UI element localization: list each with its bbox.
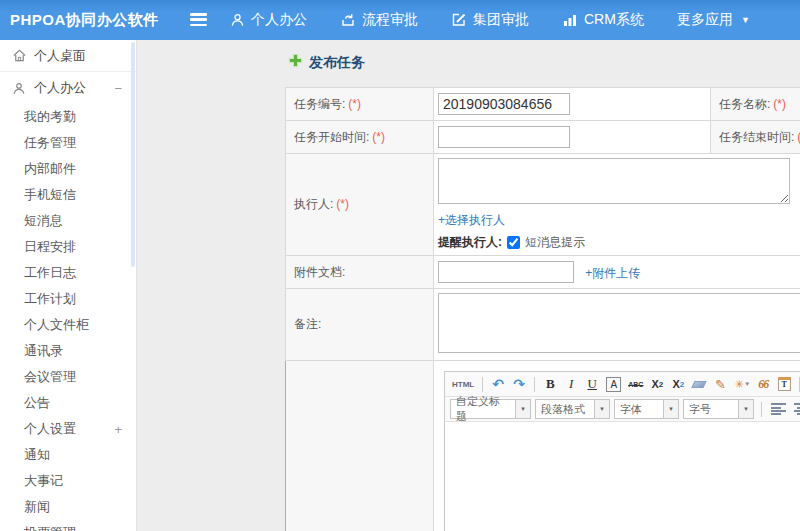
app-logo: PHPOA协同办公软件 [10,0,159,40]
row-description: 任务描述:(*) HTML ↶ ↷ B I U A ABC X2 [286,361,800,531]
hamburger-menu-icon[interactable] [190,13,210,27]
sidebar-item-notice[interactable]: 通知 [0,442,136,468]
autoformat-icon[interactable]: ✳▾ [732,374,751,394]
font-size-dropdown[interactable]: 字号▾ [683,399,754,419]
sidebar-section-personal-office[interactable]: 个人办公 − [0,72,136,104]
heading-dropdown[interactable]: 自定义标题▾ [450,399,531,419]
rich-text-editor: HTML ↶ ↷ B I U A ABC X2 X2 ✎ [444,371,800,531]
redo-icon[interactable]: ↷ [510,374,528,394]
sidebar-item-announcement[interactable]: 公告 [0,390,136,416]
attachment-label: 附件文档: [286,256,434,289]
superscript-button[interactable]: X2 [648,374,666,394]
paste-as-text-icon[interactable]: T [775,374,793,394]
subscript-button[interactable]: X2 [669,374,687,394]
sms-remind-checkbox[interactable] [507,236,520,249]
start-time-label: 任务开始时间:(*) [286,121,434,154]
align-center-icon[interactable] [792,399,800,419]
chevron-down-icon: ▾ [738,400,753,418]
html-source-button[interactable]: HTML [450,374,476,394]
start-time-cell [434,121,711,154]
format-painter-icon[interactable]: ✎ [711,374,729,394]
nav-more-apps[interactable]: 更多应用 ▼ [677,11,750,29]
row-start-time: 任务开始时间:(*) 任务结束时间:(*) [286,121,800,154]
sidebar-item-work-plan[interactable]: 工作计划 [0,286,136,312]
end-time-label: 任务结束时间:(*) [711,121,800,154]
user-icon [12,81,28,96]
sidebar-item-news[interactable]: 新闻 [0,494,136,520]
sidebar-item-contacts[interactable]: 通讯录 [0,338,136,364]
sidebar-item-personal-desktop[interactable]: 个人桌面 [0,40,136,72]
editor-content-area[interactable] [445,422,800,531]
select-executor-link[interactable]: +选择执行人 [438,212,505,229]
undo-icon[interactable]: ↶ [489,374,507,394]
main-content: 发布任务 任务编号:(*) 任务名称:(*) 任务开始时间:(*) 任务结束时间… [137,40,800,531]
sidebar-item-vote[interactable]: 投票管理 [0,520,136,531]
sidebar-item-short-message[interactable]: 短消息 [0,208,136,234]
nav-personal-office[interactable]: 个人办公 [230,11,307,29]
toolbar-separator [761,402,762,417]
sidebar-item-work-log[interactable]: 工作日志 [0,260,136,286]
executor-textarea[interactable] [438,158,790,204]
collapse-indicator[interactable]: − [114,81,122,96]
sms-option-label: 短消息提示 [525,234,585,251]
remark-cell [434,289,800,361]
nav-crm[interactable]: CRM系统 [562,11,644,29]
sidebar-scrollbar[interactable] [131,42,135,267]
attachment-cell: +附件上传 [434,256,800,289]
sidebar-item-internal-mail[interactable]: 内部邮件 [0,156,136,182]
sidebar-item-personal-settings[interactable]: 个人设置 + [0,416,136,442]
row-attachment: 附件文档: +附件上传 [286,256,800,289]
bold-button[interactable]: B [541,374,559,394]
chevron-down-icon: ▾ [663,400,678,418]
sidebar: 个人桌面 个人办公 − 我的考勤 任务管理 内部邮件 手机短信 短消息 日程安排… [0,40,137,531]
expand-indicator[interactable]: + [114,422,122,437]
page-title-text: 发布任务 [309,54,365,72]
remind-row: 提醒执行人: 短消息提示 [438,234,800,251]
executor-label: 执行人:(*) [286,154,434,256]
bar-chart-icon [562,12,578,28]
start-time-input[interactable] [438,126,570,148]
sidebar-item-my-attendance[interactable]: 我的考勤 [0,104,136,130]
font-style-button[interactable]: A [604,374,623,394]
sidebar-item-events[interactable]: 大事记 [0,468,136,494]
sidebar-item-schedule[interactable]: 日程安排 [0,234,136,260]
toolbar-separator [482,377,483,392]
eraser-icon[interactable] [690,374,708,394]
blockquote-button[interactable]: 66 [754,374,772,394]
task-no-cell [434,88,711,121]
row-task-no: 任务编号:(*) 任务名称:(*) [286,88,800,121]
chevron-down-icon: ▾ [594,400,609,418]
required-mark: (*) [773,97,786,111]
remark-label: 备注: [286,289,434,361]
strikethrough-button[interactable]: ABC [626,374,645,394]
sidebar-item-task-management[interactable]: 任务管理 [0,130,136,156]
font-family-dropdown[interactable]: 字体▾ [614,399,679,419]
executor-cell: +选择执行人 提醒执行人: 短消息提示 [434,154,800,256]
process-icon [340,12,356,28]
remark-textarea[interactable] [438,293,800,353]
sidebar-item-personal-files[interactable]: 个人文件柜 [0,312,136,338]
remind-label: 提醒执行人: [438,234,502,251]
nav-group-approval[interactable]: 集团审批 [451,11,529,29]
page-title: 发布任务 [288,53,365,72]
edit-square-icon [451,12,467,28]
task-name-label: 任务名称:(*) [711,88,800,121]
sidebar-item-mobile-sms[interactable]: 手机短信 [0,182,136,208]
sidebar-item-meeting-management[interactable]: 会议管理 [0,364,136,390]
required-mark: (*) [372,130,385,144]
row-executor: 执行人:(*) +选择执行人 提醒执行人: 短消息提示 [286,154,800,256]
task-no-input[interactable] [438,93,570,115]
add-plus-icon [288,53,303,72]
task-no-label: 任务编号:(*) [286,88,434,121]
nav-workflow-approval[interactable]: 流程审批 [340,11,418,29]
chevron-down-icon: ▾ [515,400,530,418]
description-label: 任务描述:(*) [286,361,434,531]
paragraph-format-dropdown[interactable]: 段落格式▾ [535,399,610,419]
attachment-input[interactable] [438,261,574,283]
attachment-upload-link[interactable]: +附件上传 [585,266,640,280]
top-navigation: 个人办公 流程审批 集团审批 CRM系统 更多应用 ▼ [230,0,750,40]
italic-button[interactable]: I [562,374,580,394]
underline-button[interactable]: U [583,374,601,394]
align-left-icon[interactable] [769,399,788,419]
description-cell: HTML ↶ ↷ B I U A ABC X2 X2 ✎ [434,361,800,531]
